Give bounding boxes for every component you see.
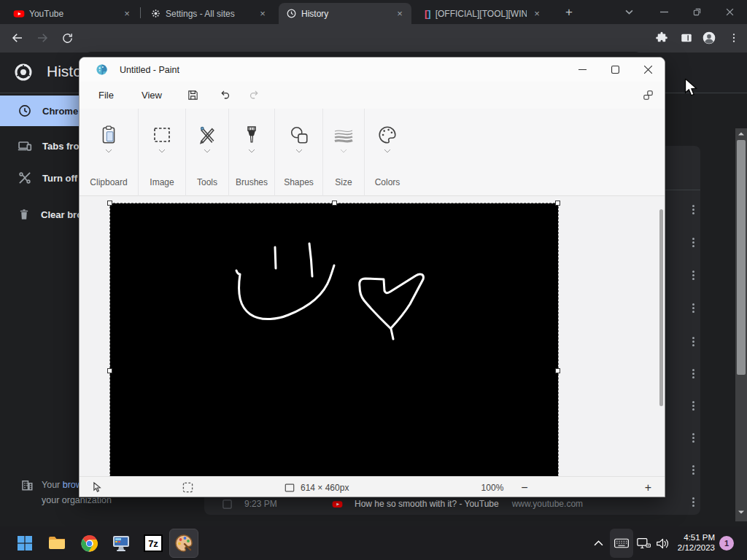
- palette-icon: [377, 125, 398, 145]
- layers-icon[interactable]: [635, 85, 660, 106]
- paint-close-button[interactable]: [632, 58, 665, 82]
- profile-avatar[interactable]: [699, 28, 719, 48]
- ribbon-group-shapes[interactable]: Shapes: [275, 109, 323, 196]
- selection-handle-top-left[interactable]: [107, 201, 112, 206]
- window-close-button[interactable]: [724, 7, 735, 17]
- row-menu-kebab-icon[interactable]: [687, 236, 699, 248]
- ribbon-group-brushes[interactable]: Brushes: [229, 109, 275, 196]
- ribbon-group-label: Tools: [197, 177, 217, 187]
- remote-viewer-button[interactable]: [107, 529, 136, 558]
- tab-search-chevron-icon[interactable]: [624, 7, 634, 17]
- tab-close-icon[interactable]: ×: [394, 8, 406, 20]
- row-menu-kebab-icon[interactable]: [687, 464, 699, 475]
- paint-canvas[interactable]: [110, 203, 558, 476]
- ribbon-group-label: Shapes: [284, 177, 314, 187]
- window-minimize-button[interactable]: [659, 7, 669, 17]
- tools-icon: [198, 125, 217, 145]
- ribbon-group-tools[interactable]: Tools: [186, 109, 229, 196]
- extensions-puzzle-icon[interactable]: [651, 28, 672, 48]
- side-panel-icon[interactable]: [676, 28, 697, 48]
- tab-close-icon[interactable]: ×: [531, 8, 543, 20]
- folder-icon: [47, 534, 66, 553]
- tray-clock[interactable]: 4:51 PM 2/12/2023: [670, 532, 715, 553]
- paint-taskbar-button[interactable]: [169, 529, 198, 558]
- touch-keyboard-button[interactable]: [610, 529, 633, 558]
- chevron-down-icon: [384, 149, 391, 153]
- browser-toolbar: Chrome chrome://history: [0, 24, 747, 52]
- seven-zip-icon: 7z: [144, 534, 163, 552]
- tab-youtube[interactable]: YouTube ×: [6, 3, 139, 24]
- forward-button[interactable]: [32, 28, 53, 48]
- ribbon-group-label: Colors: [375, 177, 400, 187]
- windows-logo-icon: [16, 534, 34, 552]
- paint-app-icon: [96, 63, 108, 76]
- ribbon-group-label: Size: [335, 177, 352, 187]
- chrome-taskbar-button[interactable]: [74, 529, 104, 558]
- page-scrollbar-thumb[interactable]: [737, 140, 746, 375]
- row-menu-kebab-icon[interactable]: [687, 335, 699, 347]
- seven-zip-button[interactable]: 7z: [139, 529, 168, 558]
- workspace-scrollbar-thumb[interactable]: [659, 209, 663, 406]
- browser-menu-kebab-icon[interactable]: [724, 28, 744, 48]
- menu-view[interactable]: View: [133, 85, 171, 105]
- undo-icon[interactable]: [213, 85, 238, 106]
- tab-close-icon[interactable]: ×: [121, 8, 133, 20]
- chevron-down-icon: [204, 149, 211, 153]
- selection-handle-top-right[interactable]: [555, 201, 560, 206]
- paint-titlebar[interactable]: Untitled - Paint: [80, 58, 665, 82]
- row-menu-kebab-icon[interactable]: [687, 432, 699, 443]
- row-menu-kebab-icon[interactable]: [687, 302, 699, 314]
- menu-file[interactable]: File: [90, 85, 123, 105]
- redo-icon[interactable]: [242, 85, 267, 106]
- scroll-up-arrow-icon[interactable]: [738, 131, 745, 136]
- line-size-icon: [333, 125, 355, 145]
- card-separator: [665, 190, 700, 190]
- zoom-out-button[interactable]: −: [521, 481, 527, 494]
- tab-official-tool[interactable]: [] [OFFICIAL][TOOL][WIN ×: [417, 3, 549, 24]
- history-clock-icon: [286, 8, 297, 19]
- selection-handle-middle-right[interactable]: [555, 368, 560, 373]
- smiley-left-eye: [275, 247, 276, 268]
- brackets-icon: []: [425, 8, 431, 19]
- row-menu-kebab-icon[interactable]: [687, 368, 699, 379]
- row-title[interactable]: How he so smooth with it? - YouTube: [355, 499, 499, 509]
- paint-maximize-button[interactable]: [599, 58, 632, 82]
- scroll-down-arrow-icon[interactable]: [738, 510, 745, 515]
- chevron-down-icon: [158, 149, 166, 153]
- row-checkbox[interactable]: [222, 499, 233, 510]
- tray-overflow-chevron[interactable]: [588, 529, 608, 558]
- ribbon-group-image[interactable]: Image: [139, 109, 186, 196]
- new-tab-button[interactable]: +: [560, 4, 578, 21]
- drawing-smiley-and-heart: [110, 203, 558, 476]
- chevron-down-icon: [105, 149, 112, 153]
- zoom-in-button[interactable]: +: [645, 481, 651, 494]
- tab-close-icon[interactable]: ×: [257, 8, 268, 20]
- row-menu-kebab-icon[interactable]: [687, 269, 699, 281]
- save-icon[interactable]: [181, 85, 206, 106]
- ribbon-group-colors[interactable]: Colors: [365, 109, 410, 196]
- paint-minimize-button[interactable]: [566, 58, 599, 82]
- row-menu-kebab-icon[interactable]: [687, 400, 699, 411]
- start-button[interactable]: [10, 529, 39, 558]
- notification-badge[interactable]: 1: [719, 536, 734, 551]
- brush-icon: [243, 125, 260, 145]
- managed-note-prefix: Your: [42, 480, 63, 490]
- selection-handle-top-middle[interactable]: [332, 201, 337, 206]
- selection-size-icon: [182, 482, 193, 493]
- selection-handle-middle-left[interactable]: [107, 368, 112, 373]
- row-menu-kebab-icon[interactable]: [687, 203, 699, 215]
- tab-settings[interactable]: Settings - All sites ×: [143, 3, 274, 24]
- back-button[interactable]: [7, 28, 28, 48]
- window-restore-button[interactable]: [692, 7, 702, 17]
- tab-label: History: [301, 9, 390, 19]
- file-explorer-button[interactable]: [42, 529, 71, 558]
- ribbon-group-size[interactable]: Size: [323, 109, 365, 196]
- clock-date: 2/12/2023: [670, 542, 715, 553]
- network-tray-icon[interactable]: [633, 529, 654, 558]
- clipboard-icon: [99, 125, 118, 145]
- tab-divider: [140, 7, 141, 18]
- ribbon-group-clipboard[interactable]: Clipboard: [80, 109, 139, 196]
- reload-button[interactable]: [57, 28, 77, 48]
- canvas-size-value: 614 × 460px: [301, 483, 349, 493]
- tab-history[interactable]: History ×: [279, 3, 411, 24]
